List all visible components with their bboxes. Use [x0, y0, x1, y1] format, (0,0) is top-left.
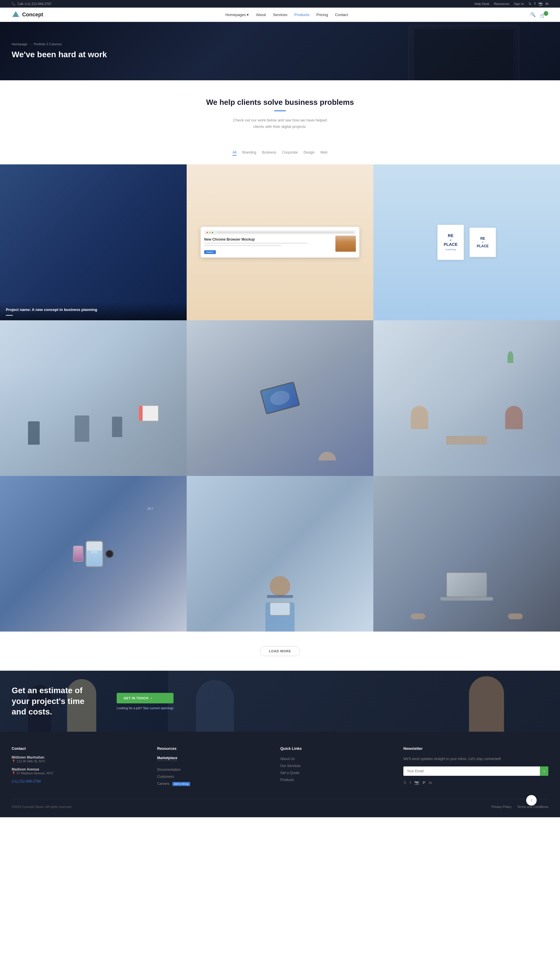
- footer-address-name-2: Madison Avenue: [12, 767, 145, 771]
- logo-icon: [12, 10, 20, 19]
- get-in-touch-button[interactable]: GET IN TOUCH ›: [117, 693, 173, 703]
- scroll-to-top-button[interactable]: ↑: [526, 795, 537, 806]
- portfolio-item-8[interactable]: ↗: [187, 476, 373, 632]
- portfolio-item-2[interactable]: ↗ New Chrome Browser Mockup Explore: [187, 164, 373, 320]
- time-display: 9:41: [87, 550, 102, 554]
- portfolio-item-5[interactable]: ↗: [187, 320, 373, 476]
- filter-branding[interactable]: Branding: [242, 151, 257, 156]
- footer-address-1: 112 W 34th St, NYC: [17, 760, 45, 763]
- resources-link[interactable]: Resources: [494, 2, 509, 5]
- pin-icon-2: 📍: [12, 771, 16, 775]
- portfolio-item-3[interactable]: ↗ RE + PLACE branding RE + PLACE: [373, 164, 560, 320]
- portfolio-item-7[interactable]: ↗ 9:41 24:7: [0, 476, 187, 632]
- browser-chrome-bar: [204, 230, 356, 234]
- load-more-button[interactable]: LOAD MORE: [260, 646, 300, 656]
- logo[interactable]: Concept: [12, 10, 43, 19]
- topbar: 📞 Call: (+1) 212-946-2707 Help Desk Reso…: [0, 0, 560, 8]
- footer-contact-col: Contact Midtown Manhattan 📍 112 W 34th S…: [12, 746, 145, 787]
- logo-text: Concept: [22, 12, 43, 18]
- filter-corporate[interactable]: Corporate: [282, 151, 298, 156]
- mockup-explore-btn[interactable]: Explore: [204, 250, 216, 254]
- footer-careers-link[interactable]: Careers: [157, 781, 170, 786]
- footer-instagram-icon[interactable]: 📷: [415, 780, 419, 785]
- terms-link[interactable]: Terms and Conditions: [517, 805, 548, 808]
- breadcrumb-home[interactable]: Homepage: [12, 42, 27, 46]
- nav-contact[interactable]: Contact: [335, 13, 348, 17]
- cart-badge: 1: [544, 11, 548, 16]
- man-body: [265, 602, 295, 632]
- footer-quote-link[interactable]: Get a Quote: [280, 770, 392, 776]
- twitter-icon[interactable]: 𝕏: [528, 2, 532, 6]
- portfolio-item-6[interactable]: ↗: [373, 320, 560, 476]
- browser-dot-green: [212, 232, 213, 233]
- footer-address-name-1: Midtown Manhattan: [12, 755, 145, 760]
- laptop-screen-face: [447, 573, 487, 597]
- cta-title: Get an estimate of your project's time a…: [12, 685, 99, 717]
- footer-about-link[interactable]: About Us: [280, 755, 392, 762]
- footer-customers-link[interactable]: Customers: [157, 773, 268, 780]
- instagram-icon[interactable]: 📷: [538, 2, 543, 6]
- tablet-screen-2: 9:41: [87, 550, 102, 567]
- facebook-icon[interactable]: f: [534, 2, 535, 6]
- cta-content: Get an estimate of your project's time a…: [12, 685, 548, 717]
- hand-right: [508, 614, 523, 619]
- meeting-person-2: [505, 406, 523, 429]
- footer-resources-col: Resources Marketplace Documentation Cust…: [157, 746, 268, 787]
- newsletter-email-input[interactable]: [403, 766, 540, 776]
- nav-about[interactable]: About: [256, 13, 266, 17]
- filter-design[interactable]: Design: [303, 151, 314, 156]
- footer: Contact Midtown Manhattan 📍 112 W 34th S…: [0, 732, 560, 817]
- filter-business[interactable]: Business: [262, 151, 277, 156]
- nav-homepages[interactable]: Homepages ▾: [225, 13, 249, 17]
- filter-all[interactable]: All: [232, 151, 236, 156]
- linkedin-icon[interactable]: in: [546, 2, 548, 6]
- footer-products-link[interactable]: Products: [280, 776, 392, 783]
- cta-text: Get an estimate of your project's time a…: [12, 685, 99, 717]
- nav-products[interactable]: Products: [294, 13, 309, 17]
- portfolio-grid: ↗ Project name: A new concept in busines…: [0, 164, 560, 632]
- phone-1: [73, 546, 83, 562]
- breadcrumb-current: Portfolio 3 Columns: [34, 42, 62, 46]
- hiring-badge: We're Hiring: [172, 782, 190, 786]
- footer-pinterest-icon[interactable]: 𝗣: [423, 780, 425, 785]
- mockup-desert-img: [335, 236, 356, 252]
- footer-facebook-icon[interactable]: f: [410, 780, 411, 785]
- nav-services[interactable]: Services: [273, 13, 287, 17]
- portfolio-item-9[interactable]: ↗: [373, 476, 560, 632]
- plant-shape: [508, 351, 513, 363]
- nav-pricing[interactable]: Pricing: [317, 13, 328, 17]
- newsletter-text: We'll send updates straight to your inbo…: [403, 755, 548, 762]
- marketplace-link[interactable]: Marketplace: [157, 756, 177, 761]
- help-desk-link[interactable]: Help Desk: [475, 2, 489, 5]
- main-nav: Homepages ▾ About Services Products Pric…: [225, 13, 348, 17]
- portfolio-item-4[interactable]: ↗: [0, 320, 187, 476]
- phone-screen-1: [74, 546, 83, 561]
- social-links: 𝕏 f 📷 in: [528, 2, 548, 6]
- footer-quicklinks-col: Quick Links About Us Our Services Get a …: [280, 746, 392, 787]
- privacy-policy-link[interactable]: Privacy Policy: [492, 805, 511, 808]
- cart-icon[interactable]: 🛒1: [540, 11, 548, 18]
- portfolio-title: We help clients solve business problems: [12, 98, 548, 107]
- sign-in-link[interactable]: Sign In: [514, 2, 524, 5]
- replace-box-left: RE + PLACE branding: [438, 225, 464, 260]
- search-icon[interactable]: 🔍: [530, 12, 536, 17]
- mockup-title: New Chrome Browser Mockup: [204, 238, 333, 241]
- portfolio-item-1[interactable]: ↗ Project name: A new concept in busines…: [0, 164, 187, 320]
- hero-content: Homepage › Portfolio 3 Columns We've bee…: [12, 33, 548, 59]
- office-gradient: [0, 367, 187, 476]
- footer-twitter-icon[interactable]: 𝕏: [403, 780, 406, 785]
- footer-location-2: Madison Avenue 📍 57 Madison Avenue, NYC: [12, 767, 145, 775]
- footer-social-icons: 𝕏 f 📷 𝗣 in: [403, 780, 548, 785]
- tablet-device: 9:41: [86, 541, 103, 567]
- phone-text: Call: (+1) 212-946-2707: [18, 2, 52, 5]
- man-silhouette: [265, 576, 295, 632]
- cta-right: GET IN TOUCH › Looking for a job? See cu…: [117, 693, 173, 710]
- footer-phone[interactable]: (+1) 212-946-2700: [12, 779, 145, 783]
- cta-job-link[interactable]: See current openings: [143, 706, 174, 710]
- browser-dot-yellow: [209, 232, 211, 233]
- footer-linkedin-icon[interactable]: in: [429, 780, 432, 785]
- newsletter-submit-button[interactable]: ›: [540, 766, 548, 776]
- filter-web[interactable]: Web: [320, 151, 327, 156]
- footer-documentation-link[interactable]: Documentation: [157, 766, 268, 773]
- footer-services-link[interactable]: Our Services: [280, 762, 392, 770]
